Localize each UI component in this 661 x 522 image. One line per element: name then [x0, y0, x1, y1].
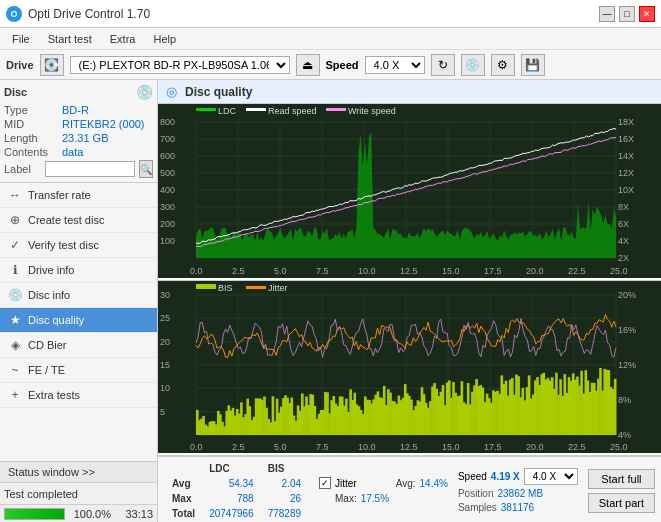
title-controls: — □ ✕ [599, 6, 655, 22]
fe-te-icon: ~ [8, 363, 22, 377]
position-row: Position 23862 MB [458, 488, 578, 499]
jitter-label: Jitter [335, 478, 357, 489]
disc-panel: Disc 💿 Type BD-R MID RITEKBR2 (000) Leng… [0, 80, 157, 183]
stats-jitter-section: ✓ Jitter Avg: 14.4% Max: 17.5% [319, 477, 448, 504]
sidebar-item-cd-bier[interactable]: ◈ CD Bier [0, 333, 157, 358]
content-area: ◎ Disc quality LDC BIS [158, 80, 661, 522]
sidebar-item-label: Drive info [28, 264, 74, 276]
disc-button[interactable]: 💿 [461, 54, 485, 76]
max-jitter: 17.5% [361, 493, 389, 504]
disc-contents-value: data [62, 146, 83, 158]
disc-quality-title: Disc quality [185, 85, 252, 99]
sidebar-bottom: Status window >> Test completed 100.0% 3… [0, 461, 157, 522]
disc-label-button[interactable]: 🔍 [139, 160, 153, 178]
ldc-chart-wrapper [158, 104, 661, 281]
disc-type-label: Type [4, 104, 62, 116]
disc-length-value: 23.31 GB [62, 132, 108, 144]
sidebar-item-verify-test-disc[interactable]: ✓ Verify test disc [0, 233, 157, 258]
sidebar-item-label: Extra tests [28, 389, 80, 401]
disc-label-row: Label 🔍 [4, 160, 153, 178]
menu-help[interactable]: Help [145, 31, 184, 47]
disc-header: Disc 💿 [4, 84, 153, 100]
disc-label-label: Label [4, 163, 41, 175]
stats-max-label: Max [166, 492, 201, 505]
ldc-chart [158, 104, 661, 278]
stats-table: LDC BIS Avg 54.34 2.04 Max 788 26 Tota [164, 460, 309, 522]
samples-value: 381176 [501, 502, 534, 513]
stats-ldc-header: LDC [203, 462, 260, 475]
eject-button[interactable]: ⏏ [296, 54, 320, 76]
disc-title: Disc [4, 86, 27, 98]
drive-icon-btn: 💽 [40, 54, 64, 76]
sidebar-item-label: CD Bier [28, 339, 67, 351]
stats-speed-section: Speed 4.19 X 4.0 X Position 23862 MB Sam… [458, 468, 578, 513]
disc-mid-label: MID [4, 118, 62, 130]
stats-avg-ldc: 54.34 [203, 477, 260, 490]
stats-total-ldc: 20747966 [203, 507, 260, 520]
progress-percent: 100.0% [71, 508, 111, 520]
jitter-row: ✓ Jitter Avg: 14.4% [319, 477, 448, 489]
sidebar-item-disc-quality[interactable]: ★ Disc quality [0, 308, 157, 333]
start-part-button[interactable]: Start part [588, 493, 655, 513]
maximize-button[interactable]: □ [619, 6, 635, 22]
status-window-button[interactable]: Status window >> [0, 461, 157, 482]
save-button[interactable]: 💾 [521, 54, 545, 76]
status-text: Test completed [4, 488, 78, 500]
menu-start-test[interactable]: Start test [40, 31, 100, 47]
extra-tests-icon: + [8, 388, 22, 402]
create-test-disc-icon: ⊕ [8, 213, 22, 227]
drive-label: Drive [6, 59, 34, 71]
speed-dropdown[interactable]: 4.0 X [524, 468, 578, 485]
disc-label-input[interactable] [45, 161, 135, 177]
stats-avg-label: Avg [166, 477, 201, 490]
title-bar-left: O Opti Drive Control 1.70 [6, 6, 150, 22]
app-title: Opti Drive Control 1.70 [28, 7, 150, 21]
speed-value: 4.19 X [491, 471, 520, 482]
samples-label: Samples [458, 502, 497, 513]
transfer-rate-icon: ↔ [8, 188, 22, 202]
disc-quality-icon: ★ [8, 313, 22, 327]
start-full-button[interactable]: Start full [588, 469, 655, 489]
disc-length-label: Length [4, 132, 62, 144]
jitter-max-row: Max: 17.5% [319, 493, 448, 504]
sidebar-item-fe-te[interactable]: ~ FE / TE [0, 358, 157, 383]
stats-total-label: Total [166, 507, 201, 520]
app-icon: O [6, 6, 22, 22]
stats-max-ldc: 788 [203, 492, 260, 505]
disc-type-row: Type BD-R [4, 104, 153, 116]
position-value: 23862 MB [497, 488, 543, 499]
menu-extra[interactable]: Extra [102, 31, 144, 47]
sidebar-item-label: Transfer rate [28, 189, 91, 201]
menu-file[interactable]: File [4, 31, 38, 47]
disc-type-value: BD-R [62, 104, 89, 116]
verify-test-disc-icon: ✓ [8, 238, 22, 252]
speed-row: Speed 4.19 X 4.0 X [458, 468, 578, 485]
settings-button[interactable]: ⚙ [491, 54, 515, 76]
sidebar: Disc 💿 Type BD-R MID RITEKBR2 (000) Leng… [0, 80, 158, 522]
stats-bis-header: BIS [262, 462, 307, 475]
cd-bier-icon: ◈ [8, 338, 22, 352]
status-window-label: Status window >> [8, 466, 95, 478]
disc-info-icon: 💿 [8, 288, 22, 302]
drive-toolbar: Drive 💽 (E:) PLEXTOR BD-R PX-LB950SA 1.0… [0, 50, 661, 80]
disc-quality-header-icon: ◎ [166, 84, 177, 99]
sidebar-item-create-test-disc[interactable]: ⊕ Create test disc [0, 208, 157, 233]
refresh-button[interactable]: ↻ [431, 54, 455, 76]
jitter-checkbox[interactable]: ✓ [319, 477, 331, 489]
main-layout: Disc 💿 Type BD-R MID RITEKBR2 (000) Leng… [0, 80, 661, 522]
sidebar-item-disc-info[interactable]: 💿 Disc info [0, 283, 157, 308]
sidebar-item-label: FE / TE [28, 364, 65, 376]
disc-contents-label: Contents [4, 146, 62, 158]
sidebar-item-transfer-rate[interactable]: ↔ Transfer rate [0, 183, 157, 208]
stats-max-bis: 26 [262, 492, 307, 505]
nav-items: ↔ Transfer rate ⊕ Create test disc ✓ Ver… [0, 183, 157, 461]
speed-select[interactable]: 4.0 X [365, 56, 425, 74]
minimize-button[interactable]: — [599, 6, 615, 22]
drive-info-icon: ℹ [8, 263, 22, 277]
disc-length-row: Length 23.31 GB [4, 132, 153, 144]
drive-select[interactable]: (E:) PLEXTOR BD-R PX-LB950SA 1.06 [70, 56, 290, 74]
sidebar-item-extra-tests[interactable]: + Extra tests [0, 383, 157, 408]
sidebar-item-drive-info[interactable]: ℹ Drive info [0, 258, 157, 283]
avg-jitter: 14.4% [420, 478, 448, 489]
close-button[interactable]: ✕ [639, 6, 655, 22]
